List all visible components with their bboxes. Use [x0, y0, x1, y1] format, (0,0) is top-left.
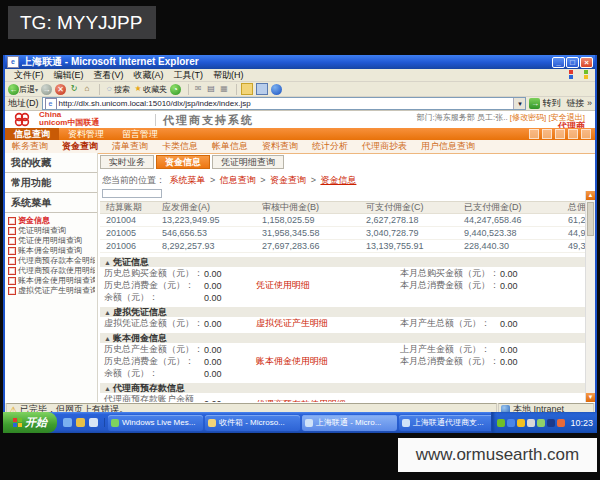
tray-icon[interactable] — [547, 419, 555, 427]
taskbar-button-shanghai-unicom[interactable]: 上海联通 - Micro... — [302, 415, 397, 431]
quick-launch-desktop-icon[interactable] — [89, 418, 98, 427]
menu-help[interactable]: 帮助(H) — [208, 69, 249, 82]
subnav-item[interactable]: 资料查询 — [255, 140, 305, 153]
table-row: 201005546,656.53 31,958,345.583,040,728.… — [100, 227, 585, 240]
start-button[interactable]: 开始 — [3, 412, 57, 433]
nav-tab-info-query[interactable]: 信息查询 — [5, 128, 59, 140]
tab-voucher-detail[interactable]: 凭证明细查询 — [212, 155, 284, 169]
tab-funds-info[interactable]: 资金信息 — [156, 155, 210, 169]
favorites-star-icon: ★ — [133, 84, 143, 94]
sidebar-item[interactable]: 代理商预存款使用明细查询 — [7, 266, 95, 276]
mail-button[interactable]: ✉ — [193, 84, 203, 94]
breadcrumb-link[interactable]: 信息查询 — [220, 175, 256, 185]
subnav-item[interactable]: 卡类信息 — [155, 140, 205, 153]
menu-tools[interactable]: 工具(T) — [169, 69, 209, 82]
tray-icon[interactable] — [507, 419, 515, 427]
edit-button[interactable]: ▦ — [219, 84, 229, 94]
quick-launch-mail-icon[interactable] — [76, 418, 85, 427]
favorites-button[interactable]: ★ 收藏夹 — [133, 84, 167, 95]
taskbar-clock: 10:23 — [570, 418, 593, 428]
sidebar-item[interactable]: 账本佣金明细查询 — [7, 246, 95, 256]
watermark-top-left: TG: MYYJJPP — [8, 6, 156, 39]
links-label[interactable]: 链接 » — [566, 97, 592, 110]
section-ledger-commission: ▲账本佣金信息 历史总产生金额（元）： 0.00 上月产生金额（元）： 0.00… — [100, 333, 585, 379]
tab-realtime-business[interactable]: 实时业务 — [100, 155, 154, 169]
refresh-button[interactable]: ↻ — [69, 84, 79, 94]
fullscreen-icon — [256, 83, 268, 95]
forward-button[interactable]: → — [41, 84, 52, 95]
sidebar-section-common[interactable]: 常用功能 — [5, 173, 97, 193]
subnav-item[interactable]: 用户信息查询 — [414, 140, 482, 153]
tray-icon[interactable] — [497, 419, 505, 427]
home-button[interactable]: ⌂ — [82, 84, 92, 94]
menu-favorites[interactable]: 收藏(A) — [129, 69, 169, 82]
folder-button[interactable] — [241, 83, 253, 95]
filter-input[interactable] — [102, 189, 162, 198]
tray-icon[interactable] — [517, 419, 525, 427]
menu-file[interactable]: 文件(F) — [9, 69, 49, 82]
voucher-usage-detail-link[interactable]: 凭证使用明细 — [256, 279, 396, 292]
breadcrumb-link[interactable]: 系统菜单 — [170, 175, 206, 185]
subnav-item[interactable]: 帐单信息 — [205, 140, 255, 153]
scroll-up-icon[interactable]: ▲ — [586, 191, 595, 200]
subnav-item[interactable]: 统计分析 — [305, 140, 355, 153]
sidebar-item[interactable]: 虚拟凭证产生明细查询 — [7, 286, 95, 296]
nav-quick-icon[interactable] — [568, 129, 578, 139]
ledger-usage-detail-link[interactable]: 账本佣金使用明细 — [256, 355, 396, 368]
maximize-button[interactable]: □ — [566, 57, 579, 68]
sidebar-item-funds-info[interactable]: 资金信息 — [7, 216, 95, 226]
sidebar-item[interactable]: 账本佣金使用明细查询 — [7, 276, 95, 286]
mail-icon: ✉ — [193, 84, 203, 94]
sidebar-item[interactable]: 凭证明细查询 — [7, 226, 95, 236]
vertical-scrollbar[interactable]: ▲ ▼ — [585, 191, 595, 402]
tray-icon[interactable] — [557, 419, 565, 427]
virtual-voucher-detail-link[interactable]: 虚拟凭证产生明细 — [256, 317, 396, 330]
minimize-button[interactable]: _ — [552, 57, 565, 68]
breadcrumb-link[interactable]: 资金查询 — [270, 175, 306, 185]
go-button[interactable]: → 转到 — [529, 97, 560, 110]
history-button[interactable]: ◔ — [170, 84, 181, 95]
nav-quick-icon[interactable] — [542, 129, 552, 139]
sidebar-item[interactable]: 代理商预存款本金明细查询 — [7, 256, 95, 266]
menu-bullet-icon — [8, 277, 16, 285]
nav-quick-icon[interactable] — [529, 129, 539, 139]
tray-icon[interactable] — [527, 419, 535, 427]
tray-icon[interactable] — [537, 419, 545, 427]
page-header: China unicom中国联通 代理商支持系统 部门:海东服务部 员工:张..… — [5, 111, 595, 128]
address-dropdown-icon[interactable]: ▾ — [513, 98, 525, 109]
sidebar-item[interactable]: 凭证使用明细查询 — [7, 236, 95, 246]
change-password-link[interactable]: [修改密码] — [510, 113, 546, 122]
quick-launch-ie-icon[interactable] — [63, 418, 72, 427]
nav-tab-message-mgmt[interactable]: 留言管理 — [113, 128, 167, 140]
menu-edit[interactable]: 编辑(E) — [49, 69, 89, 82]
address-input[interactable]: e http://dlx.sh.unicom.local:15010/dlx/j… — [42, 97, 527, 110]
sidebar-section-sysmenu[interactable]: 系统菜单 — [5, 193, 97, 213]
search-button[interactable]: ◌ 搜索 — [104, 84, 130, 95]
subnav-item[interactable]: 帐务查询 — [5, 140, 55, 153]
subnav-item-active[interactable]: 资金查询 — [55, 140, 105, 153]
close-button[interactable]: × — [580, 57, 593, 68]
subnav-item[interactable]: 清单查询 — [105, 140, 155, 153]
taskbar-button-inbox[interactable]: 收件箱 - Microso... — [205, 415, 300, 431]
scrollbar-thumb[interactable] — [587, 202, 594, 236]
back-button[interactable]: ← 后退 ▾ — [8, 84, 38, 95]
sidebar-section-favorites[interactable]: 我的收藏 — [5, 153, 97, 173]
prepaid-usage-detail-link[interactable]: 代理商预存款使用明细 — [256, 398, 396, 403]
stop-button[interactable]: ✕ — [55, 84, 66, 95]
nav-quick-icon[interactable] — [555, 129, 565, 139]
taskbar-button-messenger[interactable]: Windows Live Mes... — [108, 415, 203, 431]
sidebar-menu: 资金信息 凭证明细查询 凭证使用明细查询 账本佣金明细查询 代理商预存款本金明细… — [5, 213, 97, 299]
print-button[interactable]: ▤ — [206, 84, 216, 94]
title-bar[interactable]: e 上海联通 - Microsoft Internet Explorer _ □… — [5, 55, 595, 69]
back-dropdown-icon[interactable]: ▾ — [35, 86, 38, 93]
nav-quick-icon[interactable] — [581, 129, 591, 139]
taskbar-button-agent-portal[interactable]: 上海联通代理商支... — [399, 415, 491, 431]
windows-start-icon — [13, 418, 22, 427]
nav-tab-data-mgmt[interactable]: 资料管理 — [59, 128, 113, 140]
subnav-item[interactable]: 代理商抄表 — [355, 140, 414, 153]
section-row: 历史总产生金额（元）： 0.00 上月产生金额（元）： 0.00 — [100, 343, 585, 355]
menu-view[interactable]: 查看(V) — [89, 69, 129, 82]
fullscreen-button[interactable] — [256, 83, 268, 95]
scroll-down-icon[interactable]: ▼ — [586, 393, 595, 402]
messenger-button[interactable] — [271, 84, 282, 95]
